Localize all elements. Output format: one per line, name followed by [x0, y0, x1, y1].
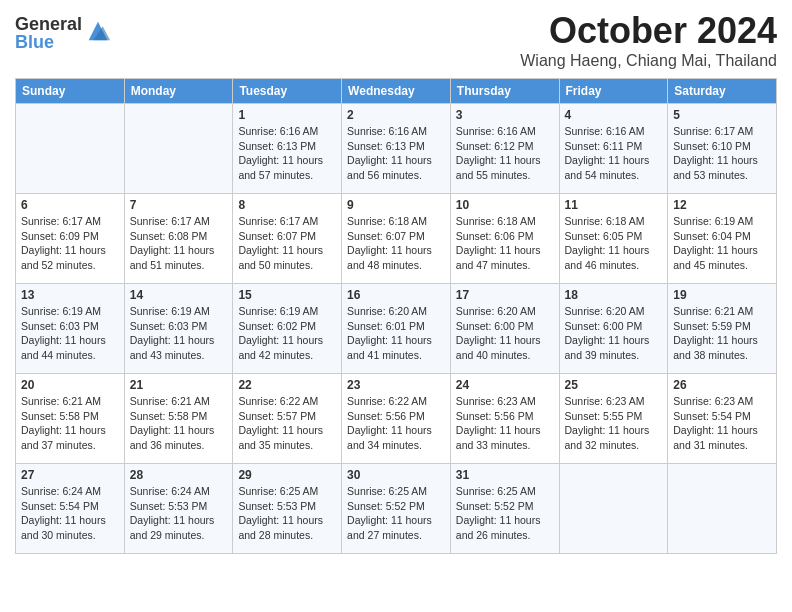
col-header-wednesday: Wednesday	[342, 79, 451, 104]
calendar-cell: 6Sunrise: 6:17 AMSunset: 6:09 PMDaylight…	[16, 194, 125, 284]
title-area: October 2024 Wiang Haeng, Chiang Mai, Th…	[520, 10, 777, 70]
day-info: Sunrise: 6:16 AMSunset: 6:13 PMDaylight:…	[238, 124, 336, 183]
location-title: Wiang Haeng, Chiang Mai, Thailand	[520, 52, 777, 70]
day-info: Sunrise: 6:18 AMSunset: 6:07 PMDaylight:…	[347, 214, 445, 273]
day-number: 8	[238, 198, 336, 212]
calendar-cell: 28Sunrise: 6:24 AMSunset: 5:53 PMDayligh…	[124, 464, 233, 554]
day-info: Sunrise: 6:17 AMSunset: 6:08 PMDaylight:…	[130, 214, 228, 273]
day-number: 1	[238, 108, 336, 122]
day-number: 16	[347, 288, 445, 302]
day-info: Sunrise: 6:17 AMSunset: 6:07 PMDaylight:…	[238, 214, 336, 273]
calendar-table: SundayMondayTuesdayWednesdayThursdayFrid…	[15, 78, 777, 554]
calendar-cell: 16Sunrise: 6:20 AMSunset: 6:01 PMDayligh…	[342, 284, 451, 374]
day-info: Sunrise: 6:19 AMSunset: 6:04 PMDaylight:…	[673, 214, 771, 273]
calendar-cell: 20Sunrise: 6:21 AMSunset: 5:58 PMDayligh…	[16, 374, 125, 464]
calendar-cell: 29Sunrise: 6:25 AMSunset: 5:53 PMDayligh…	[233, 464, 342, 554]
day-info: Sunrise: 6:16 AMSunset: 6:13 PMDaylight:…	[347, 124, 445, 183]
day-number: 25	[565, 378, 663, 392]
header-row: SundayMondayTuesdayWednesdayThursdayFrid…	[16, 79, 777, 104]
logo: General Blue	[15, 15, 112, 51]
day-info: Sunrise: 6:23 AMSunset: 5:56 PMDaylight:…	[456, 394, 554, 453]
calendar-body: 1Sunrise: 6:16 AMSunset: 6:13 PMDaylight…	[16, 104, 777, 554]
logo-general-text: General	[15, 15, 82, 33]
calendar-cell: 4Sunrise: 6:16 AMSunset: 6:11 PMDaylight…	[559, 104, 668, 194]
day-info: Sunrise: 6:22 AMSunset: 5:56 PMDaylight:…	[347, 394, 445, 453]
day-number: 13	[21, 288, 119, 302]
day-info: Sunrise: 6:22 AMSunset: 5:57 PMDaylight:…	[238, 394, 336, 453]
day-number: 12	[673, 198, 771, 212]
day-info: Sunrise: 6:20 AMSunset: 6:00 PMDaylight:…	[456, 304, 554, 363]
day-info: Sunrise: 6:21 AMSunset: 5:58 PMDaylight:…	[130, 394, 228, 453]
calendar-cell: 21Sunrise: 6:21 AMSunset: 5:58 PMDayligh…	[124, 374, 233, 464]
calendar-week-5: 27Sunrise: 6:24 AMSunset: 5:54 PMDayligh…	[16, 464, 777, 554]
day-number: 5	[673, 108, 771, 122]
logo-icon	[84, 17, 112, 45]
col-header-saturday: Saturday	[668, 79, 777, 104]
day-number: 6	[21, 198, 119, 212]
day-number: 31	[456, 468, 554, 482]
calendar-cell: 5Sunrise: 6:17 AMSunset: 6:10 PMDaylight…	[668, 104, 777, 194]
calendar-cell: 9Sunrise: 6:18 AMSunset: 6:07 PMDaylight…	[342, 194, 451, 284]
calendar-cell: 2Sunrise: 6:16 AMSunset: 6:13 PMDaylight…	[342, 104, 451, 194]
day-number: 21	[130, 378, 228, 392]
day-info: Sunrise: 6:16 AMSunset: 6:12 PMDaylight:…	[456, 124, 554, 183]
day-info: Sunrise: 6:21 AMSunset: 5:59 PMDaylight:…	[673, 304, 771, 363]
day-info: Sunrise: 6:19 AMSunset: 6:03 PMDaylight:…	[130, 304, 228, 363]
day-number: 27	[21, 468, 119, 482]
day-info: Sunrise: 6:25 AMSunset: 5:52 PMDaylight:…	[347, 484, 445, 543]
day-number: 24	[456, 378, 554, 392]
calendar-cell: 17Sunrise: 6:20 AMSunset: 6:00 PMDayligh…	[450, 284, 559, 374]
calendar-cell: 25Sunrise: 6:23 AMSunset: 5:55 PMDayligh…	[559, 374, 668, 464]
calendar-cell	[124, 104, 233, 194]
day-number: 19	[673, 288, 771, 302]
day-info: Sunrise: 6:24 AMSunset: 5:54 PMDaylight:…	[21, 484, 119, 543]
calendar-cell	[668, 464, 777, 554]
calendar-cell: 15Sunrise: 6:19 AMSunset: 6:02 PMDayligh…	[233, 284, 342, 374]
day-number: 2	[347, 108, 445, 122]
calendar-cell: 24Sunrise: 6:23 AMSunset: 5:56 PMDayligh…	[450, 374, 559, 464]
calendar-cell: 19Sunrise: 6:21 AMSunset: 5:59 PMDayligh…	[668, 284, 777, 374]
calendar-cell: 22Sunrise: 6:22 AMSunset: 5:57 PMDayligh…	[233, 374, 342, 464]
day-number: 15	[238, 288, 336, 302]
day-info: Sunrise: 6:16 AMSunset: 6:11 PMDaylight:…	[565, 124, 663, 183]
day-number: 23	[347, 378, 445, 392]
day-number: 28	[130, 468, 228, 482]
day-number: 18	[565, 288, 663, 302]
day-number: 7	[130, 198, 228, 212]
calendar-cell: 11Sunrise: 6:18 AMSunset: 6:05 PMDayligh…	[559, 194, 668, 284]
day-info: Sunrise: 6:25 AMSunset: 5:53 PMDaylight:…	[238, 484, 336, 543]
calendar-cell: 18Sunrise: 6:20 AMSunset: 6:00 PMDayligh…	[559, 284, 668, 374]
calendar-cell: 12Sunrise: 6:19 AMSunset: 6:04 PMDayligh…	[668, 194, 777, 284]
calendar-cell: 31Sunrise: 6:25 AMSunset: 5:52 PMDayligh…	[450, 464, 559, 554]
calendar-cell: 3Sunrise: 6:16 AMSunset: 6:12 PMDaylight…	[450, 104, 559, 194]
day-number: 9	[347, 198, 445, 212]
day-number: 10	[456, 198, 554, 212]
page-header: General Blue October 2024 Wiang Haeng, C…	[15, 10, 777, 70]
calendar-cell: 8Sunrise: 6:17 AMSunset: 6:07 PMDaylight…	[233, 194, 342, 284]
day-number: 26	[673, 378, 771, 392]
day-number: 20	[21, 378, 119, 392]
day-number: 4	[565, 108, 663, 122]
calendar-cell: 1Sunrise: 6:16 AMSunset: 6:13 PMDaylight…	[233, 104, 342, 194]
day-info: Sunrise: 6:23 AMSunset: 5:55 PMDaylight:…	[565, 394, 663, 453]
day-info: Sunrise: 6:19 AMSunset: 6:02 PMDaylight:…	[238, 304, 336, 363]
day-info: Sunrise: 6:19 AMSunset: 6:03 PMDaylight:…	[21, 304, 119, 363]
calendar-cell: 26Sunrise: 6:23 AMSunset: 5:54 PMDayligh…	[668, 374, 777, 464]
calendar-cell: 30Sunrise: 6:25 AMSunset: 5:52 PMDayligh…	[342, 464, 451, 554]
day-number: 30	[347, 468, 445, 482]
day-number: 14	[130, 288, 228, 302]
calendar-week-3: 13Sunrise: 6:19 AMSunset: 6:03 PMDayligh…	[16, 284, 777, 374]
logo-blue-text: Blue	[15, 33, 82, 51]
calendar-cell: 23Sunrise: 6:22 AMSunset: 5:56 PMDayligh…	[342, 374, 451, 464]
month-title: October 2024	[520, 10, 777, 52]
day-number: 11	[565, 198, 663, 212]
day-info: Sunrise: 6:23 AMSunset: 5:54 PMDaylight:…	[673, 394, 771, 453]
calendar-week-2: 6Sunrise: 6:17 AMSunset: 6:09 PMDaylight…	[16, 194, 777, 284]
day-info: Sunrise: 6:25 AMSunset: 5:52 PMDaylight:…	[456, 484, 554, 543]
col-header-sunday: Sunday	[16, 79, 125, 104]
calendar-cell: 7Sunrise: 6:17 AMSunset: 6:08 PMDaylight…	[124, 194, 233, 284]
col-header-thursday: Thursday	[450, 79, 559, 104]
calendar-cell	[559, 464, 668, 554]
day-info: Sunrise: 6:21 AMSunset: 5:58 PMDaylight:…	[21, 394, 119, 453]
calendar-header: SundayMondayTuesdayWednesdayThursdayFrid…	[16, 79, 777, 104]
